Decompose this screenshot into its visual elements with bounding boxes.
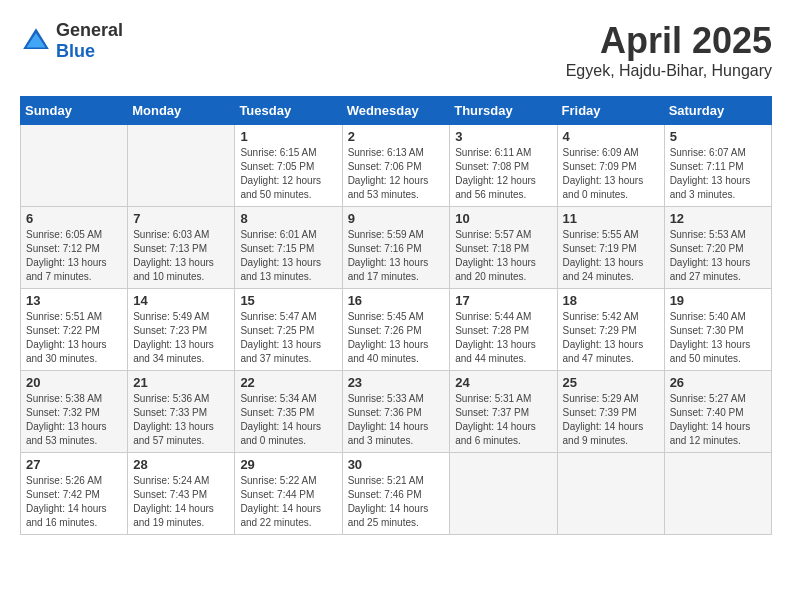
calendar-day-cell: 1Sunrise: 6:15 AM Sunset: 7:05 PM Daylig… (235, 125, 342, 207)
day-number: 4 (563, 129, 659, 144)
logo: General Blue (20, 20, 123, 62)
day-number: 20 (26, 375, 122, 390)
calendar-day-cell: 5Sunrise: 6:07 AM Sunset: 7:11 PM Daylig… (664, 125, 771, 207)
column-header-sunday: Sunday (21, 97, 128, 125)
calendar-day-cell: 15Sunrise: 5:47 AM Sunset: 7:25 PM Dayli… (235, 289, 342, 371)
day-info: Sunrise: 5:22 AM Sunset: 7:44 PM Dayligh… (240, 474, 336, 530)
calendar-day-cell: 21Sunrise: 5:36 AM Sunset: 7:33 PM Dayli… (128, 371, 235, 453)
day-number: 30 (348, 457, 445, 472)
calendar-day-cell: 29Sunrise: 5:22 AM Sunset: 7:44 PM Dayli… (235, 453, 342, 535)
day-info: Sunrise: 5:34 AM Sunset: 7:35 PM Dayligh… (240, 392, 336, 448)
day-info: Sunrise: 6:07 AM Sunset: 7:11 PM Dayligh… (670, 146, 766, 202)
day-info: Sunrise: 5:42 AM Sunset: 7:29 PM Dayligh… (563, 310, 659, 366)
calendar-day-cell: 12Sunrise: 5:53 AM Sunset: 7:20 PM Dayli… (664, 207, 771, 289)
day-info: Sunrise: 5:53 AM Sunset: 7:20 PM Dayligh… (670, 228, 766, 284)
day-number: 10 (455, 211, 551, 226)
calendar-day-cell: 4Sunrise: 6:09 AM Sunset: 7:09 PM Daylig… (557, 125, 664, 207)
day-info: Sunrise: 6:15 AM Sunset: 7:05 PM Dayligh… (240, 146, 336, 202)
day-number: 13 (26, 293, 122, 308)
day-info: Sunrise: 5:49 AM Sunset: 7:23 PM Dayligh… (133, 310, 229, 366)
day-number: 19 (670, 293, 766, 308)
day-info: Sunrise: 5:31 AM Sunset: 7:37 PM Dayligh… (455, 392, 551, 448)
calendar-day-cell: 22Sunrise: 5:34 AM Sunset: 7:35 PM Dayli… (235, 371, 342, 453)
day-info: Sunrise: 6:01 AM Sunset: 7:15 PM Dayligh… (240, 228, 336, 284)
calendar-day-cell: 18Sunrise: 5:42 AM Sunset: 7:29 PM Dayli… (557, 289, 664, 371)
month-title: April 2025 (566, 20, 772, 62)
day-number: 8 (240, 211, 336, 226)
day-number: 28 (133, 457, 229, 472)
day-number: 11 (563, 211, 659, 226)
calendar-day-cell: 10Sunrise: 5:57 AM Sunset: 7:18 PM Dayli… (450, 207, 557, 289)
column-header-tuesday: Tuesday (235, 97, 342, 125)
logo-text-general: General (56, 20, 123, 40)
day-info: Sunrise: 6:09 AM Sunset: 7:09 PM Dayligh… (563, 146, 659, 202)
calendar-week-row: 20Sunrise: 5:38 AM Sunset: 7:32 PM Dayli… (21, 371, 772, 453)
calendar-week-row: 6Sunrise: 6:05 AM Sunset: 7:12 PM Daylig… (21, 207, 772, 289)
day-info: Sunrise: 5:47 AM Sunset: 7:25 PM Dayligh… (240, 310, 336, 366)
day-info: Sunrise: 5:44 AM Sunset: 7:28 PM Dayligh… (455, 310, 551, 366)
title-block: April 2025 Egyek, Hajdu-Bihar, Hungary (566, 20, 772, 80)
day-number: 2 (348, 129, 445, 144)
day-number: 16 (348, 293, 445, 308)
day-number: 3 (455, 129, 551, 144)
day-info: Sunrise: 5:55 AM Sunset: 7:19 PM Dayligh… (563, 228, 659, 284)
day-number: 17 (455, 293, 551, 308)
day-info: Sunrise: 5:24 AM Sunset: 7:43 PM Dayligh… (133, 474, 229, 530)
calendar-day-cell: 20Sunrise: 5:38 AM Sunset: 7:32 PM Dayli… (21, 371, 128, 453)
day-number: 29 (240, 457, 336, 472)
day-number: 15 (240, 293, 336, 308)
day-number: 18 (563, 293, 659, 308)
calendar-table: SundayMondayTuesdayWednesdayThursdayFrid… (20, 96, 772, 535)
location-title: Egyek, Hajdu-Bihar, Hungary (566, 62, 772, 80)
day-info: Sunrise: 5:27 AM Sunset: 7:40 PM Dayligh… (670, 392, 766, 448)
calendar-day-cell (664, 453, 771, 535)
calendar-day-cell (557, 453, 664, 535)
column-header-wednesday: Wednesday (342, 97, 450, 125)
calendar-week-row: 13Sunrise: 5:51 AM Sunset: 7:22 PM Dayli… (21, 289, 772, 371)
calendar-day-cell (450, 453, 557, 535)
day-number: 12 (670, 211, 766, 226)
calendar-day-cell: 26Sunrise: 5:27 AM Sunset: 7:40 PM Dayli… (664, 371, 771, 453)
calendar-day-cell: 14Sunrise: 5:49 AM Sunset: 7:23 PM Dayli… (128, 289, 235, 371)
calendar-day-cell (21, 125, 128, 207)
day-number: 22 (240, 375, 336, 390)
day-info: Sunrise: 6:05 AM Sunset: 7:12 PM Dayligh… (26, 228, 122, 284)
calendar-day-cell: 27Sunrise: 5:26 AM Sunset: 7:42 PM Dayli… (21, 453, 128, 535)
day-info: Sunrise: 5:40 AM Sunset: 7:30 PM Dayligh… (670, 310, 766, 366)
logo-icon (20, 25, 52, 57)
calendar-day-cell: 19Sunrise: 5:40 AM Sunset: 7:30 PM Dayli… (664, 289, 771, 371)
calendar-header-row: SundayMondayTuesdayWednesdayThursdayFrid… (21, 97, 772, 125)
column-header-thursday: Thursday (450, 97, 557, 125)
calendar-week-row: 27Sunrise: 5:26 AM Sunset: 7:42 PM Dayli… (21, 453, 772, 535)
day-info: Sunrise: 5:57 AM Sunset: 7:18 PM Dayligh… (455, 228, 551, 284)
column-header-monday: Monday (128, 97, 235, 125)
calendar-day-cell: 16Sunrise: 5:45 AM Sunset: 7:26 PM Dayli… (342, 289, 450, 371)
day-number: 25 (563, 375, 659, 390)
calendar-week-row: 1Sunrise: 6:15 AM Sunset: 7:05 PM Daylig… (21, 125, 772, 207)
calendar-day-cell: 17Sunrise: 5:44 AM Sunset: 7:28 PM Dayli… (450, 289, 557, 371)
day-info: Sunrise: 5:29 AM Sunset: 7:39 PM Dayligh… (563, 392, 659, 448)
day-info: Sunrise: 5:45 AM Sunset: 7:26 PM Dayligh… (348, 310, 445, 366)
day-info: Sunrise: 5:21 AM Sunset: 7:46 PM Dayligh… (348, 474, 445, 530)
calendar-day-cell: 11Sunrise: 5:55 AM Sunset: 7:19 PM Dayli… (557, 207, 664, 289)
day-info: Sunrise: 5:36 AM Sunset: 7:33 PM Dayligh… (133, 392, 229, 448)
day-number: 24 (455, 375, 551, 390)
logo-text-blue: Blue (56, 41, 95, 61)
calendar-day-cell (128, 125, 235, 207)
day-info: Sunrise: 6:03 AM Sunset: 7:13 PM Dayligh… (133, 228, 229, 284)
day-info: Sunrise: 5:59 AM Sunset: 7:16 PM Dayligh… (348, 228, 445, 284)
calendar-day-cell: 23Sunrise: 5:33 AM Sunset: 7:36 PM Dayli… (342, 371, 450, 453)
day-number: 23 (348, 375, 445, 390)
calendar-day-cell: 28Sunrise: 5:24 AM Sunset: 7:43 PM Dayli… (128, 453, 235, 535)
day-number: 27 (26, 457, 122, 472)
day-info: Sunrise: 5:38 AM Sunset: 7:32 PM Dayligh… (26, 392, 122, 448)
day-number: 5 (670, 129, 766, 144)
calendar-day-cell: 13Sunrise: 5:51 AM Sunset: 7:22 PM Dayli… (21, 289, 128, 371)
day-info: Sunrise: 6:11 AM Sunset: 7:08 PM Dayligh… (455, 146, 551, 202)
day-number: 7 (133, 211, 229, 226)
calendar-day-cell: 6Sunrise: 6:05 AM Sunset: 7:12 PM Daylig… (21, 207, 128, 289)
calendar-day-cell: 7Sunrise: 6:03 AM Sunset: 7:13 PM Daylig… (128, 207, 235, 289)
column-header-saturday: Saturday (664, 97, 771, 125)
day-number: 26 (670, 375, 766, 390)
calendar-day-cell: 9Sunrise: 5:59 AM Sunset: 7:16 PM Daylig… (342, 207, 450, 289)
